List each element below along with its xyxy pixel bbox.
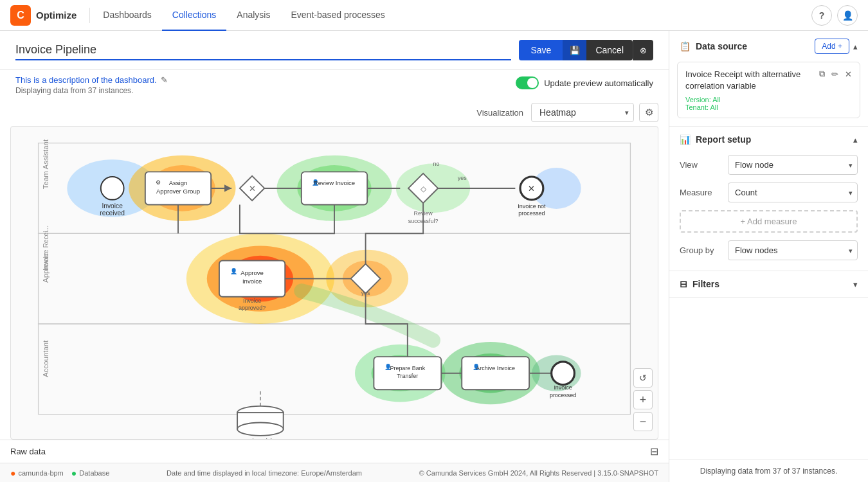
header-actions: Save 💾 Cancel ⊗	[519, 40, 653, 60]
ds-card-tenant: Tenant: All	[685, 103, 852, 111]
svg-text:Approve: Approve	[240, 269, 264, 276]
view-label: View	[680, 160, 728, 170]
data-source-icon: 📋	[680, 41, 691, 51]
footer-database: ● Database	[71, 468, 110, 478]
svg-text:◇: ◇	[420, 185, 427, 193]
ds-copy-button[interactable]: ⧉	[817, 67, 827, 80]
svg-text:Invoice: Invoice	[554, 384, 572, 391]
add-measure-button[interactable]: + Add measure	[680, 210, 858, 233]
svg-text:approved?: approved?	[239, 305, 266, 311]
zoom-out-button[interactable]: −	[633, 412, 653, 431]
svg-text:Prepare Bank: Prepare Bank	[390, 365, 425, 371]
app-logo: C	[10, 5, 31, 26]
svg-point-74	[237, 422, 284, 435]
svg-text:received: received	[100, 210, 125, 217]
reset-view-button[interactable]: ↺	[633, 368, 653, 388]
help-button[interactable]: ?	[811, 5, 832, 26]
top-nav: C Optimize Dashboards Collections Analys…	[0, 0, 868, 31]
raw-data-expand-button[interactable]: ⊟	[650, 445, 658, 458]
save-button[interactable]: Save	[519, 40, 563, 60]
svg-text:Team Assistant: Team Assistant	[42, 139, 50, 189]
description-text: This is a description of the dashboard.	[15, 75, 157, 85]
right-panel: 📋 Data source Add + ▴ Invoice Receipt wi…	[669, 31, 868, 482]
filters-section: ⊟ Filters ▾	[669, 271, 868, 298]
svg-rect-37	[302, 172, 367, 204]
user-button[interactable]: 👤	[837, 5, 858, 26]
nav-item-dashboards[interactable]: Dashboards	[93, 0, 162, 31]
cancel-icon-button[interactable]: ⊗	[633, 40, 653, 60]
svg-text:Review Invoice: Review Invoice	[314, 179, 355, 186]
svg-text:✕: ✕	[249, 184, 256, 193]
dashboard-title-input[interactable]	[15, 40, 511, 60]
svg-text:Assign: Assign	[169, 179, 188, 186]
data-source-collapse-chevron[interactable]: ▴	[853, 42, 858, 51]
footer-copyright: © Camunda Services GmbH 2024, All Rights…	[419, 469, 658, 477]
svg-point-26	[101, 177, 124, 200]
data-source-card: Invoice Receipt with alternative correla…	[677, 62, 860, 118]
svg-point-69	[552, 362, 575, 385]
svg-text:✕: ✕	[528, 184, 535, 193]
zoom-in-button[interactable]: +	[633, 390, 653, 409]
svg-text:yes: yes	[458, 175, 467, 181]
panel-bottom-status: Displaying data from 37 of 37 instances.	[669, 460, 868, 482]
svg-text:Invoice: Invoice	[102, 202, 123, 210]
update-preview-toggle[interactable]	[516, 76, 539, 89]
svg-text:Invoice not: Invoice not	[518, 203, 546, 210]
report-setup-title: Report setup	[696, 134, 751, 145]
ds-card-version: Version: All	[685, 96, 852, 103]
footer-timezone: Date and time displayed in local timezon…	[167, 469, 362, 477]
update-preview-label: Update preview automatically	[544, 78, 653, 88]
svg-text:no: no	[433, 161, 439, 167]
svg-text:Financial: Financial	[249, 438, 272, 439]
report-setup-section: 📊 Report setup ▴ View Flow node Process …	[669, 127, 868, 271]
edit-description-button[interactable]: ✎	[161, 75, 168, 85]
svg-text:Approver Group: Approver Group	[156, 188, 200, 195]
footer-camunda-bpm: ● camunda-bpm	[10, 468, 64, 478]
add-data-source-button[interactable]: Add +	[815, 39, 849, 54]
filters-collapse-chevron[interactable]: ▾	[853, 280, 858, 289]
svg-text:Transfer: Transfer	[397, 373, 418, 379]
view-select[interactable]: Flow node Process instance User task	[728, 155, 858, 175]
save-icon-button[interactable]: 💾	[563, 40, 586, 60]
app-name: Optimize	[36, 10, 77, 21]
raw-data-label: Raw data	[10, 447, 46, 456]
svg-rect-65	[462, 357, 529, 389]
measure-label: Measure	[680, 188, 728, 197]
visualization-label: Visualization	[476, 108, 523, 118]
report-setup-collapse-chevron[interactable]: ▴	[853, 135, 858, 145]
svg-text:Archive Invoice: Archive Invoice	[476, 365, 515, 371]
svg-text:Invoice: Invoice	[242, 278, 262, 285]
data-source-section: 📋 Data source Add + ▴ Invoice Receipt wi…	[669, 31, 868, 127]
svg-text:👤: 👤	[230, 267, 238, 275]
instances-text: Displaying data from 37 instances.	[15, 86, 168, 95]
data-source-title: Data source	[696, 41, 747, 51]
group-by-select[interactable]: Flow nodes Start date End date	[728, 240, 858, 260]
svg-text:processed: processed	[518, 210, 545, 217]
svg-text:Invoice Recei...: Invoice Recei...	[42, 226, 50, 271]
visualization-settings-button[interactable]: ⚙	[639, 103, 658, 122]
svg-text:Invoice: Invoice	[243, 298, 261, 304]
visualization-select[interactable]: Heatmap Number Table Bar chart Line char…	[531, 103, 634, 122]
nav-item-event-based[interactable]: Event-based processes	[280, 0, 395, 31]
svg-text:Accountant: Accountant	[42, 340, 50, 377]
bpmn-heatmap-svg: Team Assistant Approver Invoice Recei...…	[11, 127, 658, 439]
svg-text:⚙: ⚙	[156, 179, 161, 186]
filters-icon: ⊟	[680, 279, 687, 289]
measure-select[interactable]: Count Duration Frequency	[728, 183, 858, 202]
svg-text:processed: processed	[550, 392, 576, 398]
ds-delete-button[interactable]: ✕	[842, 67, 854, 80]
nav-item-collections[interactable]: Collections	[162, 0, 226, 31]
report-setup-icon: 📊	[680, 134, 691, 145]
bpmn-canvas: Team Assistant Approver Invoice Recei...…	[10, 126, 658, 440]
filters-title: Filters	[692, 279, 719, 289]
ds-edit-button[interactable]: ✏	[829, 67, 841, 80]
cancel-button[interactable]: Cancel	[586, 40, 633, 60]
nav-item-analysis[interactable]: Analysis	[226, 0, 280, 31]
group-by-label: Group by	[680, 245, 728, 255]
